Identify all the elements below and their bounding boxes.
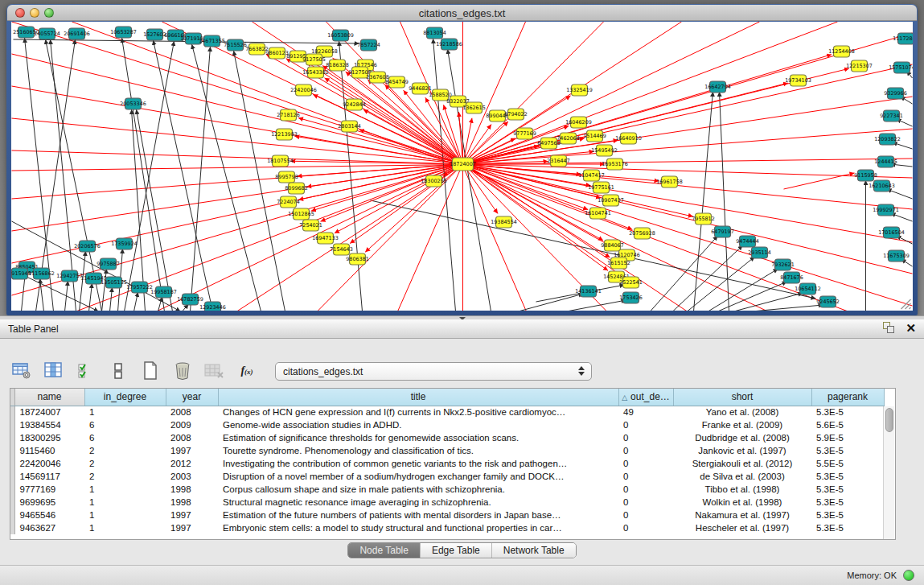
graph-node[interactable]: 2803144 [338,121,360,132]
show-columns-button[interactable] [43,360,64,381]
tab-node-table[interactable]: Node Table [348,543,421,558]
cell-name[interactable]: 9465546 [14,509,84,521]
table-row[interactable]: 1830029562008Estimation of significance … [10,431,884,444]
graph-node[interactable]: 12093822 [874,134,901,145]
cell-name[interactable]: 22420046 [14,457,84,470]
graph-node[interactable]: 8813054 [423,27,446,39]
cell-title[interactable]: Estimation of significance thresholds fo… [218,431,618,444]
citation-edge[interactable] [191,47,211,311]
graph-node[interactable]: 1244415 [874,156,897,167]
cell-name[interactable]: 9777169 [14,483,84,496]
cell-short[interactable]: Yano et al. (2008) [673,406,811,418]
cell-title[interactable]: Corpus callosum shape and size in male p… [218,483,618,496]
citation-edge[interactable] [519,294,584,311]
table-scrollbar[interactable] [883,406,894,540]
cell-short[interactable]: Franke et al. (2009) [673,418,811,431]
graph-node[interactable]: 7955812 [692,213,714,225]
graph-node[interactable]: 17359924 [111,238,138,249]
column-header-title[interactable]: title [218,389,618,406]
graph-node[interactable]: 7154643 [330,244,352,255]
graph-node[interactable]: 20206576 [74,241,101,252]
graph-node[interactable]: 9806381 [346,253,368,265]
table-row[interactable]: 977716911998Corpus callosum shape and si… [10,483,884,496]
cell-in_degree[interactable]: 6 [84,431,166,444]
graph-node[interactable]: 19734103 [785,75,811,86]
graph-node[interactable]: 2522541 [619,277,642,288]
graph-node[interactable]: 8186328 [326,60,348,71]
cell-name[interactable]: 18300295 [14,431,84,444]
graph-node[interactable]: 1615152 [607,257,630,269]
graph-node[interactable]: 10907437 [598,195,624,206]
cell-in_degree[interactable]: 2 [84,457,166,470]
citation-edge[interactable] [339,41,363,311]
cell-year[interactable]: 2009 [166,418,218,431]
cell-title[interactable]: Structural magnetic resonance image aver… [218,496,618,509]
graph-node[interactable]: 7857224 [357,39,380,51]
graph-node[interactable]: 17957222 [126,282,153,293]
graph-node[interactable]: 9474444 [736,236,758,247]
table-row[interactable]: 1456911722003Disruption of a novel membe… [10,470,884,483]
graph-node[interactable]: 9777169 [513,128,536,139]
cell-pagerank[interactable]: 5.3E-5 [811,483,884,496]
cell-in_degree[interactable]: 1 [84,406,166,418]
graph-node[interactable]: 8995798 [275,171,298,183]
column-header-pagerank[interactable]: pagerank [811,389,884,406]
cell-year[interactable]: 2008 [166,431,218,444]
graph-node[interactable]: 9115958 [854,170,877,181]
cell-title[interactable]: Disruption of a novel member of a sodium… [218,470,618,483]
citation-edge[interactable] [134,292,138,311]
citation-edge[interactable] [365,164,462,252]
graph-node[interactable]: 7254021 [299,220,322,231]
network-canvas[interactable]: 1872400776638229860123891295418226058912… [11,22,913,311]
close-panel-icon[interactable]: ✕ [906,322,916,334]
graph-node[interactable]: 18107554 [267,155,294,167]
graph-node[interactable]: 11675309 [883,250,910,262]
citation-edge[interactable] [89,283,92,311]
column-header-year[interactable]: year [166,389,218,406]
graph-node[interactable]: 8099682 [285,183,307,194]
table-selector-combobox[interactable]: citations_edges.txt [275,362,592,381]
table-row[interactable]: 1872400712008Changes of HCN gene express… [10,406,884,418]
graph-node[interactable]: 8471676 [780,272,803,283]
graph-node[interactable]: 6794022 [504,109,527,120]
graph-node[interactable]: 20053346 [120,98,146,109]
cell-name[interactable]: 19384554 [14,418,84,431]
table-row[interactable]: 2242004622012Investigating the contribut… [10,457,884,470]
citation-edge[interactable] [122,38,165,311]
cell-in_degree[interactable]: 1 [84,509,166,521]
table-scrollbar-thumb[interactable] [885,408,893,432]
graph-node[interactable]: 2718126 [277,109,299,121]
graph-node[interactable]: 20756928 [629,228,655,239]
cell-short[interactable]: Jankovic et al. (1997) [673,444,811,457]
citation-edge[interactable] [463,83,788,164]
graph-node[interactable]: 11254408 [828,46,855,57]
float-panel-icon[interactable] [883,322,896,334]
graph-node[interactable]: 12213983 [271,129,298,140]
graph-node[interactable]: 9127505 [302,54,325,65]
graph-node[interactable]: 16953176 [602,159,628,170]
cell-in_degree[interactable]: 2 [84,444,166,457]
cell-out_degree[interactable]: 0 [618,470,673,483]
cell-short[interactable]: Stergiakouli et al. (2012) [673,457,811,470]
graph-node[interactable]: 20691406 [64,28,90,39]
cell-in_degree[interactable]: 1 [84,496,166,509]
cell-title[interactable]: Changes of HCN gene expression and I(f) … [218,406,618,418]
cell-year[interactable]: 1997 [166,509,218,521]
cell-title[interactable]: Tourette syndrome. Phenomenology and cla… [218,444,618,457]
graph-node[interactable]: 12942757 [56,270,83,282]
graph-node[interactable]: 15012865 [288,208,314,220]
column-header-name[interactable]: name [14,389,84,406]
new-table-button[interactable] [140,360,161,381]
citation-edge[interactable] [694,92,713,311]
graph-node[interactable]: 1527602 [143,29,166,40]
graph-node[interactable]: 12923446 [199,302,226,311]
cell-short[interactable]: Nakamura et al. (1997) [673,509,811,521]
graph-node[interactable]: 7462064 [556,133,579,144]
function-builder-button[interactable]: f(x) [236,360,257,381]
table-row[interactable]: 911546021997Tourette syndrome. Phenomeno… [10,444,884,457]
cell-year[interactable]: 1997 [166,521,218,534]
cell-year[interactable]: 1997 [166,444,218,457]
cell-short[interactable]: Hescheler et al. (1997) [673,521,811,534]
graph-node[interactable]: 12215307 [846,60,873,72]
graph-node[interactable]: 11172845 [893,33,913,44]
